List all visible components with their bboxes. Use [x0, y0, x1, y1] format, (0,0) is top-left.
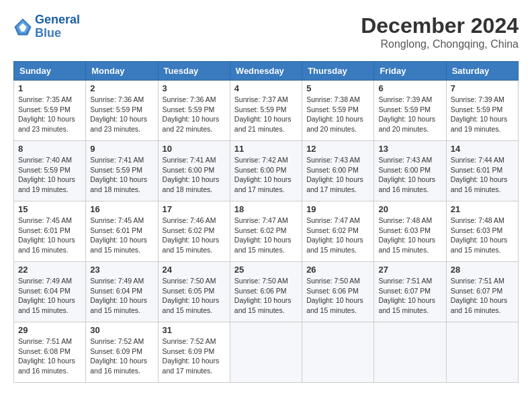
calendar-cell — [446, 322, 518, 383]
daylight-label: Daylight: 10 hours and 15 minutes. — [90, 296, 147, 314]
day-info: Sunrise: 7:47 AM Sunset: 6:02 PM Dayligh… — [306, 216, 369, 255]
sunset-time: 6:02 PM — [188, 226, 214, 234]
day-info: Sunrise: 7:41 AM Sunset: 6:00 PM Dayligh… — [163, 155, 226, 195]
sunset-time: 5:59 PM — [44, 166, 71, 174]
daylight-label: Daylight: 10 hours and 15 minutes. — [18, 296, 75, 314]
day-number: 21 — [451, 204, 514, 214]
sunrise-time: 7:39 AM — [406, 95, 433, 103]
calendar-cell: 26 Sunrise: 7:50 AM Sunset: 6:06 PM Dayl… — [302, 262, 374, 322]
calendar-cell — [302, 322, 374, 383]
calendar-cell: 21 Sunrise: 7:48 AM Sunset: 6:03 PM Dayl… — [446, 201, 518, 262]
sunset-time: 6:01 PM — [476, 166, 502, 174]
sunset-time: 5:59 PM — [44, 105, 71, 113]
sunset-time: 6:01 PM — [44, 226, 71, 234]
day-number: 7 — [451, 83, 514, 93]
logo-blue: Blue — [35, 27, 80, 40]
sunset-label: Sunset: — [163, 287, 189, 295]
sunrise-label: Sunrise: — [163, 337, 190, 345]
calendar-week-3: 15 Sunrise: 7:45 AM Sunset: 6:01 PM Dayl… — [14, 201, 519, 262]
column-header-thursday: Thursday — [302, 62, 374, 81]
title-block: December 2024 Ronglong, Chongqing, China — [361, 13, 519, 50]
sunset-label: Sunset: — [451, 287, 477, 295]
sunset-label: Sunset: — [18, 226, 44, 234]
sunset-label: Sunset: — [18, 166, 44, 174]
calendar-cell — [230, 322, 302, 383]
day-info: Sunrise: 7:41 AM Sunset: 5:59 PM Dayligh… — [90, 155, 153, 195]
daylight-label: Daylight: 10 hours and 18 minutes. — [163, 175, 220, 193]
daylight-label: Daylight: 10 hours and 19 minutes. — [451, 115, 508, 133]
sunrise-label: Sunrise: — [306, 216, 334, 224]
daylight-label: Daylight: 10 hours and 20 minutes. — [378, 115, 435, 133]
calendar-cell: 23 Sunrise: 7:49 AM Sunset: 6:04 PM Dayl… — [86, 262, 158, 322]
sunrise-label: Sunrise: — [451, 156, 478, 164]
day-info: Sunrise: 7:44 AM Sunset: 6:01 PM Dayligh… — [451, 155, 514, 195]
day-info: Sunrise: 7:36 AM Sunset: 5:59 PM Dayligh… — [163, 95, 226, 134]
sunset-label: Sunset: — [234, 166, 261, 174]
sunrise-time: 7:40 AM — [46, 156, 72, 164]
sunrise-label: Sunrise: — [90, 337, 118, 345]
sunset-label: Sunset: — [378, 105, 404, 113]
sunrise-label: Sunrise: — [378, 216, 406, 224]
day-number: 17 — [163, 204, 226, 214]
daylight-label: Daylight: 10 hours and 17 minutes. — [163, 357, 220, 375]
daylight-label: Daylight: 10 hours and 23 minutes. — [18, 115, 75, 133]
sunset-label: Sunset: — [18, 105, 44, 113]
sunset-label: Sunset: — [163, 166, 189, 174]
calendar-cell: 3 Sunrise: 7:36 AM Sunset: 5:59 PM Dayli… — [158, 81, 230, 141]
sunrise-label: Sunrise: — [234, 277, 262, 285]
calendar-header-row: SundayMondayTuesdayWednesdayThursdayFrid… — [14, 62, 519, 81]
daylight-label: Daylight: 10 hours and 15 minutes. — [234, 296, 292, 314]
day-number: 24 — [163, 265, 226, 275]
sunrise-time: 7:45 AM — [118, 216, 144, 224]
day-info: Sunrise: 7:52 AM Sunset: 6:09 PM Dayligh… — [163, 336, 226, 376]
sunset-time: 5:59 PM — [260, 105, 286, 113]
day-info: Sunrise: 7:49 AM Sunset: 6:04 PM Dayligh… — [18, 276, 81, 316]
sunrise-label: Sunrise: — [18, 156, 46, 164]
calendar-cell: 16 Sunrise: 7:45 AM Sunset: 6:01 PM Dayl… — [86, 201, 158, 262]
sunset-time: 5:59 PM — [188, 105, 214, 113]
calendar-cell: 12 Sunrise: 7:43 AM Sunset: 6:00 PM Dayl… — [302, 141, 374, 201]
day-info: Sunrise: 7:42 AM Sunset: 6:00 PM Dayligh… — [234, 155, 298, 195]
calendar-cell: 2 Sunrise: 7:36 AM Sunset: 5:59 PM Dayli… — [86, 81, 158, 141]
calendar-cell: 5 Sunrise: 7:38 AM Sunset: 5:59 PM Dayli… — [302, 81, 374, 141]
daylight-label: Daylight: 10 hours and 16 minutes. — [90, 357, 147, 375]
calendar-cell: 8 Sunrise: 7:40 AM Sunset: 5:59 PM Dayli… — [14, 141, 86, 201]
sunrise-label: Sunrise: — [306, 156, 334, 164]
sunrise-time: 7:49 AM — [46, 277, 72, 285]
sunset-time: 6:09 PM — [188, 347, 214, 355]
calendar-cell: 31 Sunrise: 7:52 AM Sunset: 6:09 PM Dayl… — [158, 322, 230, 383]
daylight-label: Daylight: 10 hours and 16 minutes. — [451, 175, 508, 193]
calendar-cell: 19 Sunrise: 7:47 AM Sunset: 6:02 PM Dayl… — [302, 201, 374, 262]
sunset-time: 6:03 PM — [404, 226, 431, 234]
day-number: 1 — [18, 83, 81, 93]
daylight-label: Daylight: 10 hours and 15 minutes. — [306, 236, 363, 254]
calendar-cell: 15 Sunrise: 7:45 AM Sunset: 6:01 PM Dayl… — [14, 201, 86, 262]
column-header-wednesday: Wednesday — [230, 62, 302, 81]
sunrise-label: Sunrise: — [234, 95, 262, 103]
sunset-label: Sunset: — [306, 105, 332, 113]
day-number: 9 — [90, 144, 153, 154]
page-header: General Blue December 2024 Ronglong, Cho… — [13, 13, 519, 50]
day-number: 27 — [378, 265, 441, 275]
day-info: Sunrise: 7:49 AM Sunset: 6:04 PM Dayligh… — [90, 276, 153, 316]
sunset-label: Sunset: — [234, 226, 261, 234]
sunset-time: 6:08 PM — [44, 347, 71, 355]
day-number: 10 — [163, 144, 226, 154]
sunset-label: Sunset: — [306, 166, 332, 174]
sunrise-label: Sunrise: — [451, 95, 478, 103]
column-header-tuesday: Tuesday — [158, 62, 230, 81]
sunset-time: 6:00 PM — [188, 166, 214, 174]
sunset-label: Sunset: — [90, 287, 116, 295]
daylight-label: Daylight: 10 hours and 15 minutes. — [163, 296, 220, 314]
calendar-cell: 9 Sunrise: 7:41 AM Sunset: 5:59 PM Dayli… — [86, 141, 158, 201]
day-info: Sunrise: 7:52 AM Sunset: 6:09 PM Dayligh… — [90, 336, 153, 376]
sunset-time: 6:06 PM — [260, 287, 286, 295]
sunrise-time: 7:47 AM — [262, 216, 288, 224]
calendar-cell: 4 Sunrise: 7:37 AM Sunset: 5:59 PM Dayli… — [230, 81, 302, 141]
daylight-label: Daylight: 10 hours and 15 minutes. — [163, 236, 220, 254]
sunset-label: Sunset: — [234, 105, 261, 113]
day-info: Sunrise: 7:51 AM Sunset: 6:07 PM Dayligh… — [451, 276, 514, 316]
logo: General Blue — [13, 13, 80, 40]
sunset-label: Sunset: — [306, 226, 332, 234]
sunset-label: Sunset: — [90, 347, 116, 355]
